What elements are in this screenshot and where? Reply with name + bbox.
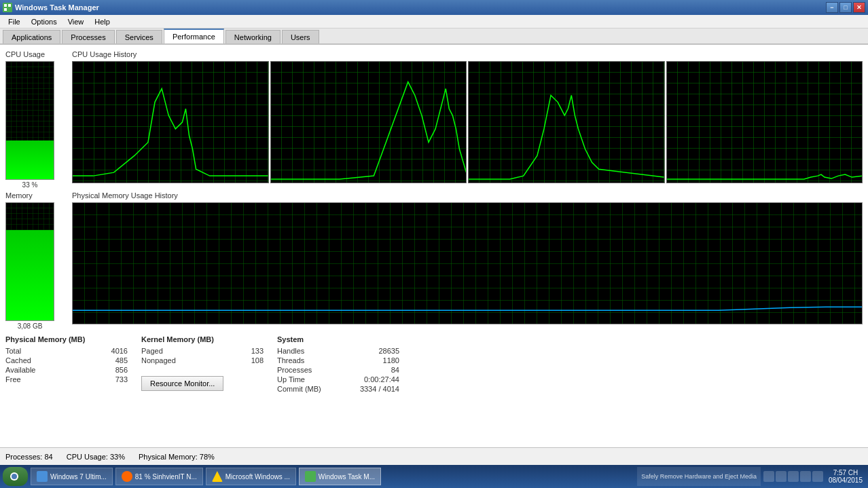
memory-section: Memory 3,08 GB Physical Memory Usage His… <box>5 191 863 327</box>
menu-options[interactable]: Options <box>26 16 62 27</box>
volume-icon <box>812 471 823 482</box>
stat-commit-value: 3334 / 4014 <box>359 385 399 393</box>
stat-available: Available 856 <box>5 365 128 375</box>
stat-handles-value: 28635 <box>359 347 399 355</box>
status-bar: Processes: 84 CPU Usage: 33% Physical Me… <box>0 447 868 465</box>
tab-performance[interactable]: Performance <box>164 29 224 43</box>
stat-cached-label: Cached <box>5 356 31 364</box>
physical-memory-stats: Physical Memory (MB) Total 4016 Cached 4… <box>5 335 128 411</box>
clock-date: 08/04/2015 <box>829 476 863 484</box>
cpu-chart-0 <box>72 61 269 183</box>
warning-icon <box>212 471 223 482</box>
stat-handles: Handles 28635 <box>277 346 399 356</box>
network-icon <box>800 471 811 482</box>
clock-time: 7:57 CH <box>829 469 863 476</box>
stat-paged-label: Paged <box>141 347 163 355</box>
memory-usage-bar <box>5 202 54 321</box>
menu-file[interactable]: File <box>3 16 26 27</box>
memory-usage-container: Memory 3,08 GB <box>5 191 67 327</box>
stat-processes: Processes 84 <box>277 365 399 375</box>
stat-free-value: 733 <box>87 375 128 383</box>
tab-applications[interactable]: Applications <box>3 30 60 43</box>
taskbar-item-3-label: Windows Task M... <box>319 473 375 481</box>
taskbar-item-2[interactable]: Microsoft Windows ... <box>206 468 296 485</box>
tray-icon-3 <box>788 471 799 482</box>
memory-history-title: Physical Memory Usage History <box>72 191 863 200</box>
tab-processes[interactable]: Processes <box>62 30 114 43</box>
memory-usage-label: 3,08 GB <box>5 322 54 330</box>
cpu-charts-row <box>72 61 863 183</box>
cpu-history-container: CPU Usage History <box>72 50 863 186</box>
stat-free-label: Free <box>5 375 21 383</box>
stat-available-label: Available <box>5 366 35 374</box>
stat-threads-value: 1180 <box>359 356 399 364</box>
windows-icon <box>37 471 48 482</box>
browser-icon <box>122 471 132 482</box>
menu-help[interactable]: Help <box>89 16 115 27</box>
stat-commit: Commit (MB) 3334 / 4014 <box>277 384 399 394</box>
kernel-memory-title: Kernel Memory (MB) <box>141 335 264 343</box>
cpu-chart-3 <box>666 61 863 183</box>
notification-area[interactable]: Safely Remove Hardware and Eject Media <box>637 467 761 486</box>
stat-free: Free 733 <box>5 375 128 384</box>
cpu-history-title: CPU Usage History <box>72 50 863 58</box>
taskbar: Windows 7 Ultim... 81 % SinhvienIT N... … <box>0 465 868 488</box>
svg-rect-1 <box>4 4 7 7</box>
close-button[interactable]: ✕ <box>853 2 865 13</box>
app-icon <box>3 3 12 12</box>
system-stats-title: System <box>277 335 399 343</box>
memory-chart <box>72 202 863 324</box>
physical-memory-title: Physical Memory (MB) <box>5 335 128 343</box>
taskbar-item-1[interactable]: 81 % SinhvienIT N... <box>115 468 203 485</box>
resource-monitor-button[interactable]: Resource Monitor... <box>141 376 223 391</box>
minimize-button[interactable]: − <box>826 2 838 13</box>
stat-uptime: Up Time 0:00:27:44 <box>277 375 399 384</box>
clock[interactable]: 7:57 CH 08/04/2015 <box>826 469 865 484</box>
menu-view[interactable]: View <box>62 16 90 27</box>
sys-tray-icons <box>763 471 823 482</box>
stat-total: Total 4016 <box>5 346 128 356</box>
taskmgr-icon <box>305 471 316 482</box>
stat-paged: Paged 133 <box>141 346 264 356</box>
memory-history-container: Physical Memory Usage History <box>72 191 863 327</box>
taskbar-item-3[interactable]: Windows Task M... <box>299 468 381 485</box>
stat-uptime-value: 0:00:27:44 <box>359 375 399 383</box>
cpu-usage-label: 33 % <box>5 181 54 189</box>
tab-networking[interactable]: Networking <box>225 30 281 43</box>
status-processes: Processes: 84 <box>5 453 53 461</box>
stat-processes-label: Processes <box>277 366 312 374</box>
main-content: CPU Usage 33 % CPU Usage History <box>0 45 868 447</box>
safe-remove-text: Safely Remove Hardware and Eject Media <box>641 473 757 480</box>
svg-point-6 <box>12 474 17 479</box>
title-left: Windows Task Manager <box>3 3 99 12</box>
cpu-usage-bar <box>5 61 54 180</box>
menu-bar: File Options View Help <box>0 15 868 29</box>
svg-rect-4 <box>8 8 11 11</box>
status-cpu: CPU Usage: 33% <box>67 453 125 461</box>
restore-button[interactable]: □ <box>839 2 852 13</box>
tab-services[interactable]: Services <box>116 30 162 43</box>
stat-total-label: Total <box>5 347 21 355</box>
taskbar-item-2-label: Microsoft Windows ... <box>225 473 290 481</box>
stat-cached: Cached 485 <box>5 356 128 365</box>
system-stats: System Handles 28635 Threads 1180 Proces… <box>277 335 399 411</box>
title-controls[interactable]: − □ ✕ <box>826 2 865 13</box>
stat-paged-value: 133 <box>223 347 264 355</box>
memory-fill <box>6 230 54 320</box>
stat-nonpaged-value: 108 <box>223 356 264 364</box>
taskbar-item-0-label: Windows 7 Ultim... <box>50 473 107 481</box>
stat-uptime-label: Up Time <box>277 375 305 383</box>
stats-section: Physical Memory (MB) Total 4016 Cached 4… <box>5 333 863 414</box>
cpu-usage-title: CPU Usage <box>5 50 67 58</box>
stat-cached-value: 485 <box>87 356 128 364</box>
title-text: Windows Task Manager <box>15 3 99 12</box>
taskbar-item-1-label: 81 % SinhvienIT N... <box>135 473 197 481</box>
start-button[interactable] <box>3 467 28 486</box>
taskbar-item-0[interactable]: Windows 7 Ultim... <box>31 468 113 485</box>
tab-users[interactable]: Users <box>282 30 319 43</box>
stat-commit-label: Commit (MB) <box>277 385 321 393</box>
stat-processes-value: 84 <box>359 366 399 374</box>
svg-rect-3 <box>4 8 7 11</box>
tray-icon-2 <box>776 471 786 482</box>
cpu-section: CPU Usage 33 % CPU Usage History <box>5 50 863 186</box>
